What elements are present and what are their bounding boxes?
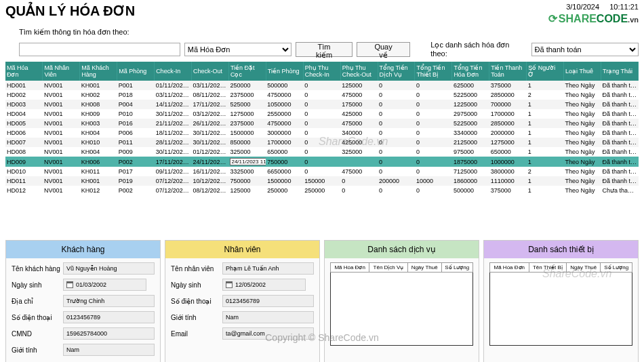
customer-id[interactable]: 159625784000 [63,327,155,340]
staff-phone[interactable]: 0123456789 [222,295,314,307]
search-label: Tìm kiếm thông tin hóa đơn theo: [0,25,644,39]
customer-phone[interactable]: 0123456789 [63,311,155,323]
services-panel: Danh sách dịch vụ Mã Hóa ĐơnTên Dịch VụN… [324,240,479,362]
back-button[interactable]: Quay về [357,42,410,57]
staff-dob[interactable]: 12/05/2002 [222,279,306,291]
table-header[interactable]: Mã Phòng [117,62,155,81]
table-row[interactable]: HD007NV001KH010P01128/11/2023 ...30/11/2… [5,138,639,147]
staff-panel: Nhân viên Tên nhân viênPhạm Lê Tuấn Anh … [165,240,320,362]
calendar-icon [66,281,73,288]
brand-logo: ⟳SHARECODE.vn [548,12,639,25]
table-row[interactable]: HD012NV001KH012P00207/12/2023 ...08/12/2… [5,186,639,195]
equipment-panel-title: Danh sách thiết bị [484,241,638,258]
table-row[interactable]: HD005NV001KH003P01621/11/2023 ...26/11/2… [5,119,639,128]
table-header[interactable]: Check-Out [192,62,229,81]
search-button[interactable]: Tìm kiếm [296,42,353,57]
customer-address[interactable]: Trường Chinh [63,295,155,307]
customer-name[interactable]: Vũ Nguyễn Hoàng [63,262,155,275]
table-header[interactable]: Tiền Thanh Toán [489,62,527,81]
table-header[interactable]: Phụ Thu Check-In [303,62,340,81]
table-row[interactable]: HD011NV001KH001P01907/12/2023 ...10/12/2… [5,176,639,186]
table-header[interactable]: Tổng Tiền Hóa Đơn [452,62,489,81]
customer-dob[interactable]: 01/03/2002 [63,279,146,291]
table-header[interactable]: Loại Thuê [564,62,601,81]
staff-panel-title: Nhân viên [165,241,319,258]
table-row[interactable]: HD008NV001KH004P00930/11/2023 ...01/12/2… [5,147,639,157]
table-header[interactable]: Mã Nhân Viên [43,62,80,81]
customer-panel-title: Khách hàng [6,241,160,258]
header-right: 3/10/2024 10:11:21 ⟳SHARECODE.vn [548,3,639,25]
table-row[interactable]: HD006NV001KH004P00618/11/2023 ...30/11/2… [5,128,639,138]
equipment-table[interactable]: Mã Hóa ĐơnTên Thiết BịNgày ThuêSố Lượng [489,262,632,346]
page-title: QUẢN LÝ HÓA ĐƠN [5,3,135,19]
services-table[interactable]: Mã Hóa ĐơnTên Dịch VụNgày ThuêSố Lượng [330,262,473,346]
current-date: 3/10/2024 [566,3,599,11]
table-header[interactable]: Tiền Đặt Cọc [228,62,266,81]
brand-icon: ⟳ [548,12,557,25]
table-header[interactable]: Tổng Tiền Dịch Vụ [378,62,415,81]
table-header[interactable]: Check-In [155,62,192,81]
table-header[interactable]: Trạng Thái [601,62,639,81]
table-row[interactable]: HD009NV001KH006P00217/11/2023 ...24/11/2… [5,157,639,167]
table-header[interactable]: Phụ Thu Check-Out [340,62,378,81]
table-row[interactable]: HD003NV001KH008P00414/11/2023 ...17/11/2… [5,100,639,109]
table-header[interactable]: Mã Khách Hàng [80,62,117,81]
table-header[interactable]: Số Người Ở [527,62,564,81]
search-criteria-select[interactable]: Mã Hóa Đơn [184,43,291,56]
filter-label: Lọc danh sách hóa đơn theo: [430,41,527,58]
staff-gender[interactable]: Nam [222,311,314,323]
table-row[interactable]: HD004NV001KH009P01030/11/2023 ...03/12/2… [5,109,639,119]
calendar-icon [226,281,233,288]
table-header[interactable]: Mã Hóa Đơn [5,62,43,81]
staff-name[interactable]: Phạm Lê Tuấn Anh [222,262,314,275]
search-input[interactable] [19,43,180,56]
customer-panel: Khách hàng Tên khách hàngVũ Nguyễn Hoàng… [5,240,161,362]
table-header[interactable]: Tiền Phòng [266,62,303,81]
current-time: 10:11:21 [609,3,639,11]
table-row[interactable]: HD001NV001KH001P00101/11/2023 ...03/11/2… [5,81,639,90]
filter-select[interactable]: Đã thanh toán [531,43,639,56]
customer-gender[interactable]: Nam [63,344,155,356]
table-header[interactable]: Tổng Tiền Thiết Bị [415,62,452,81]
table-row[interactable]: HD010NV001KH011P01709/11/2023 ...16/11/2… [5,167,639,176]
table-row[interactable]: HD002NV001KH002P01803/11/2023 ...08/11/2… [5,90,639,100]
services-panel-title: Danh sách dịch vụ [325,241,479,258]
staff-email[interactable]: ta@gmail.com [222,327,314,340]
invoice-table[interactable]: Mã Hóa ĐơnMã Nhân ViênMã Khách HàngMã Ph… [5,62,639,195]
equipment-panel: Danh sách thiết bị Mã Hóa ĐơnTên Thiết B… [483,240,639,362]
